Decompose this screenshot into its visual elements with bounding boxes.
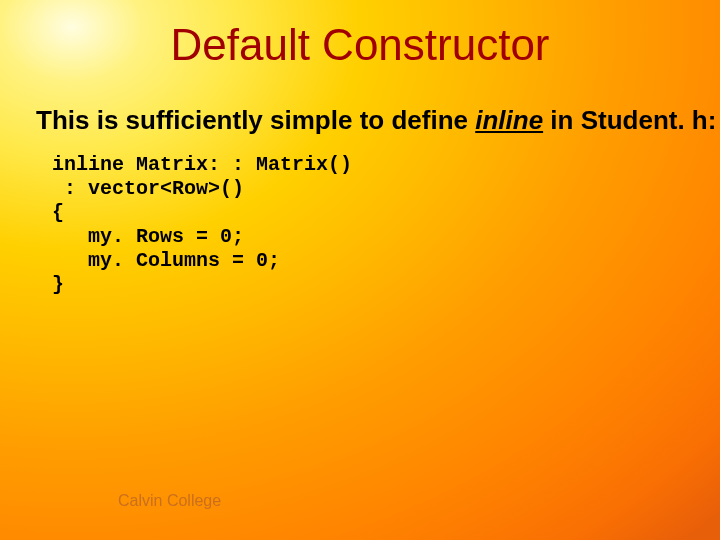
subtitle-post: in Student. h: <box>543 105 716 135</box>
subtitle-pre: This is sufficiently simple to define <box>36 105 475 135</box>
slide: Default Constructor This is sufficiently… <box>0 0 720 540</box>
slide-title: Default Constructor <box>0 20 720 70</box>
subtitle-keyword: inline <box>475 105 543 135</box>
slide-subtitle: This is sufficiently simple to define in… <box>36 105 716 136</box>
footer-text: Calvin College <box>118 492 221 510</box>
code-block: inline Matrix: : Matrix() : vector<Row>(… <box>52 153 352 297</box>
